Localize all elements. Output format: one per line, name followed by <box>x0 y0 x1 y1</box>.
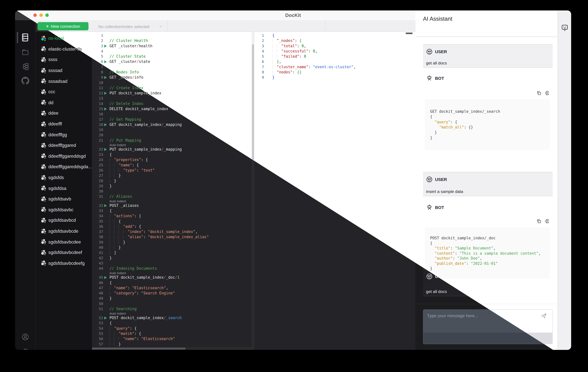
editor-line[interactable]: 27 } <box>92 173 252 178</box>
run-query-icon[interactable] <box>104 107 107 111</box>
editor-line[interactable]: 46{ <box>92 280 252 285</box>
database-icon[interactable] <box>21 33 30 42</box>
editor-line[interactable]: 45POST dockit_sample_index/_doc/1 <box>92 275 252 280</box>
run-query-icon[interactable] <box>104 60 107 63</box>
run-query-icon[interactable] <box>104 316 107 319</box>
editor-line[interactable]: 22PUT dockit_sample_index/_mapping <box>92 147 252 152</box>
editor-line[interactable]: 47 "name": "Elasticsearch", <box>92 285 252 291</box>
connection-item[interactable]: dd <box>36 97 92 108</box>
auto-indent-hint[interactable]: Auto Indent <box>110 271 126 275</box>
tree-icon[interactable] <box>21 63 30 71</box>
connection-item[interactable]: sgdsfdsavbcdee <box>36 236 92 247</box>
connection-item[interactable]: sgdsfdsavbcd <box>36 215 92 226</box>
editor-line[interactable]: 40 } <box>92 245 252 250</box>
editor-line[interactable]: 25 "name": { <box>92 163 252 168</box>
auto-indent-hint[interactable]: Auto Indent <box>110 199 126 203</box>
editor-line[interactable]: 38 "alias": "dockit_sample_index_alias" <box>92 234 252 240</box>
elastic-logo-icon <box>40 110 46 117</box>
editor-line[interactable]: 24 "properties": { <box>92 157 252 163</box>
editor-line[interactable]: 35 { <box>92 219 252 224</box>
connection-item[interactable]: ssss <box>36 54 92 65</box>
editor-line[interactable]: 55 "match": { <box>92 331 252 336</box>
editor-line[interactable]: 53{ <box>92 321 252 326</box>
editor-line[interactable]: 29} <box>92 183 252 189</box>
editor-line[interactable]: 28 } <box>92 178 252 183</box>
editor-line[interactable]: 2// Cluster Health <box>92 38 252 43</box>
connection-item[interactable]: ssssad <box>36 65 92 76</box>
gear-icon[interactable] <box>21 348 30 350</box>
editor-line[interactable]: 32POST _aliases <box>92 203 252 208</box>
bot-code-block[interactable]: POST dockit_sample_index/_doc{ "title": … <box>425 227 550 279</box>
connection-item[interactable]: ddeefffggared <box>36 140 92 151</box>
connection-item[interactable]: ddeefffgg <box>36 129 92 140</box>
editor-line[interactable]: 48 "category": "Search Engine" <box>92 291 252 296</box>
bot-code-block[interactable]: GET dockit_sample_index/_search{ "query"… <box>425 99 550 150</box>
run-query-icon[interactable] <box>104 92 107 95</box>
editor-line[interactable]: 50 <box>92 301 252 306</box>
editor-line[interactable]: 3GET _cluster/health <box>92 43 252 49</box>
run-query-icon[interactable] <box>104 276 107 279</box>
editor-line[interactable]: 37 "index": "dockit_sample_index", <box>92 229 252 234</box>
elastic-logo-icon <box>40 185 46 191</box>
connection-item[interactable]: sgdsfdsa <box>36 183 92 194</box>
connection-item[interactable]: ccc <box>36 87 92 97</box>
editor-line[interactable]: 6GET _cluster/state <box>92 59 252 64</box>
editor-line[interactable]: 26 "type": "text" <box>92 168 252 173</box>
send-icon[interactable] <box>540 312 547 319</box>
run-query-icon[interactable] <box>104 123 107 126</box>
connection-item[interactable]: sgdsfdsavbcdeef <box>36 247 92 258</box>
insert-icon[interactable] <box>544 90 549 96</box>
run-query-icon[interactable] <box>104 148 107 151</box>
editor-line[interactable]: 52POST dockit_sample_index/_search <box>92 315 252 321</box>
connection-item[interactable]: ddee <box>36 108 92 119</box>
editor-line[interactable]: 51// Searching <box>92 306 252 312</box>
connection-item[interactable]: ddeefffggareddsgd <box>36 151 92 161</box>
run-query-icon[interactable] <box>104 44 107 47</box>
elastic-logo-icon <box>40 196 46 202</box>
connection-item[interactable]: ddeefffggareddsgda… <box>36 161 92 172</box>
editor-line[interactable]: 30 <box>92 189 252 194</box>
editor-line[interactable]: 36 "add": { <box>92 224 252 229</box>
editor-line[interactable]: 33{ <box>92 208 252 213</box>
github-icon[interactable] <box>21 77 30 85</box>
editor-line[interactable]: 4 <box>92 49 252 54</box>
editor-line[interactable]: 43 <box>92 261 252 266</box>
editor-line[interactable]: 44// Indexing Documents <box>92 266 252 271</box>
connection-name: ddeefff <box>48 121 62 127</box>
connection-item[interactable]: sgdsfds <box>36 172 92 183</box>
auto-indent-hint[interactable]: Auto Indent <box>110 312 126 315</box>
connection-item[interactable]: sssadsad <box>36 76 92 87</box>
editor-line[interactable]: 57 } <box>92 342 252 347</box>
connection-item[interactable]: sgdsfdsavb <box>36 194 92 204</box>
editor-line[interactable]: 56 "name": "Elasticsearch" <box>92 336 252 342</box>
editor-line[interactable]: 5// Cluster State <box>92 54 252 59</box>
editor-line[interactable]: 39 } <box>92 240 252 245</box>
collection-index-select[interactable]: No collection/index selected <box>94 22 166 31</box>
editor-line[interactable]: 41 ] <box>92 250 252 255</box>
auto-indent-hint[interactable]: Auto Indent <box>110 143 126 147</box>
editor-line[interactable]: 54 "query": { <box>92 326 252 331</box>
copy-icon[interactable] <box>537 219 542 224</box>
editor-line[interactable]: 31// Aliases <box>92 194 252 199</box>
editor-line[interactable]: 42} <box>92 255 252 261</box>
connection-item[interactable]: ddeefff <box>36 119 92 129</box>
connection-item[interactable]: sgdsfdsavbcdeefg <box>36 258 92 269</box>
elastic-logo-icon <box>40 67 46 74</box>
chat-bubble-icon[interactable] <box>561 24 568 31</box>
run-query-icon[interactable] <box>104 204 107 207</box>
copy-icon[interactable] <box>537 90 542 96</box>
editor-horizontal-thumb[interactable] <box>92 348 186 350</box>
editor-line[interactable]: 34 "actions": [ <box>92 213 252 219</box>
editor-line[interactable]: 7 <box>92 64 252 70</box>
editor-line[interactable]: 49} <box>92 296 252 301</box>
insert-icon[interactable] <box>544 219 549 224</box>
editor-line[interactable]: 1 <box>92 33 252 38</box>
line-number: 14 <box>92 101 103 106</box>
folder-icon[interactable] <box>21 48 30 56</box>
connection-item[interactable]: sgdsfdsavbc <box>36 204 92 215</box>
editor-line[interactable]: 23{ <box>92 152 252 157</box>
editor-scrollbar-thumb[interactable] <box>252 44 254 160</box>
connection-item[interactable]: sgdsfdsavbcde <box>36 226 92 236</box>
user-icon[interactable] <box>21 333 30 341</box>
run-query-icon[interactable] <box>104 76 107 79</box>
